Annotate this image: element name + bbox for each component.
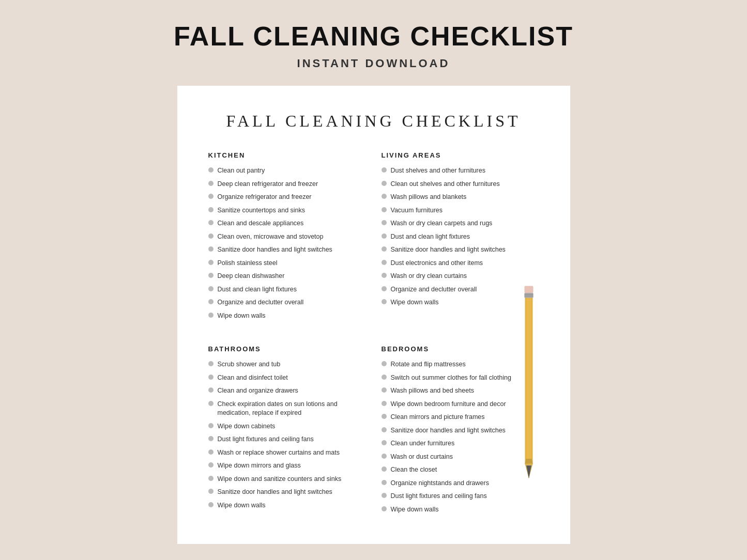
checkbox-circle[interactable] — [382, 167, 387, 173]
item-text: Deep clean refrigerator and freezer — [218, 180, 318, 189]
checkbox-circle[interactable] — [382, 181, 387, 186]
checkbox-circle[interactable] — [382, 427, 387, 432]
checkbox-circle[interactable] — [208, 361, 214, 366]
checkbox-circle[interactable] — [208, 375, 214, 380]
list-item[interactable]: Check expiration dates on sun lotions an… — [208, 400, 366, 418]
list-item[interactable]: Clean and disinfect toilet — [208, 374, 366, 383]
checkbox-circle[interactable] — [208, 387, 214, 393]
checkbox-circle[interactable] — [382, 375, 387, 380]
checkbox-circle[interactable] — [382, 286, 387, 291]
list-item[interactable]: Organize and declutter overall — [382, 285, 539, 294]
checkbox-circle[interactable] — [382, 207, 387, 212]
checkbox-circle[interactable] — [208, 207, 214, 212]
list-item[interactable]: Sanitize door handles and light switches — [382, 245, 539, 255]
checkbox-circle[interactable] — [382, 466, 387, 472]
list-item[interactable]: Sanitize door handles and light switches — [208, 245, 366, 255]
item-text: Wipe down walls — [218, 312, 266, 321]
list-item[interactable]: Clean oven, microwave and stovetop — [208, 232, 366, 242]
checkbox-circle[interactable] — [382, 493, 387, 498]
checkbox-circle[interactable] — [382, 454, 387, 459]
list-item[interactable]: Wash or dry clean carpets and rugs — [382, 219, 539, 228]
item-text: Wipe down mirrors and glass — [218, 461, 301, 471]
checkbox-circle[interactable] — [382, 234, 387, 239]
checkbox-circle[interactable] — [208, 234, 214, 239]
checkbox-circle[interactable] — [382, 480, 387, 485]
list-item[interactable]: Dust light fixtures and ceiling fans — [208, 435, 366, 444]
list-item[interactable]: Sanitize countertops and sinks — [208, 206, 366, 215]
checkbox-circle[interactable] — [208, 502, 214, 507]
checkbox-circle[interactable] — [208, 449, 214, 455]
list-item[interactable]: Clean the closet — [382, 465, 539, 475]
list-item[interactable]: Wash pillows and bed sheets — [382, 386, 539, 396]
checkbox-circle[interactable] — [382, 299, 387, 304]
checkbox-circle[interactable] — [208, 462, 214, 468]
checkbox-circle[interactable] — [382, 194, 387, 199]
checkbox-circle[interactable] — [208, 489, 214, 494]
list-item[interactable]: Wipe down walls — [208, 501, 366, 510]
item-text: Clean out pantry — [218, 166, 265, 176]
list-item[interactable]: Rotate and flip mattresses — [382, 360, 539, 369]
checkbox-circle[interactable] — [208, 313, 214, 318]
item-text: Wipe down bedroom furniture and decor — [391, 400, 506, 409]
list-item[interactable]: Clean mirrors and picture frames — [382, 413, 539, 422]
list-item[interactable]: Clean out shelves and other furnitures — [382, 180, 539, 189]
checkbox-circle[interactable] — [208, 220, 214, 225]
list-item[interactable]: Wash or replace shower curtains and mats — [208, 448, 366, 458]
list-item[interactable]: Wipe down and sanitize counters and sink… — [208, 475, 366, 484]
checkbox-circle[interactable] — [208, 167, 214, 173]
checkbox-circle[interactable] — [208, 436, 214, 441]
checkbox-circle[interactable] — [208, 476, 214, 481]
checkbox-circle[interactable] — [382, 506, 387, 511]
list-item[interactable]: Dust and clean light fixtures — [382, 232, 539, 242]
checkbox-circle[interactable] — [208, 423, 214, 428]
checkbox-circle[interactable] — [208, 273, 214, 278]
checkbox-circle[interactable] — [382, 414, 387, 419]
checkbox-circle[interactable] — [382, 246, 387, 252]
checkbox-circle[interactable] — [382, 361, 387, 366]
list-item[interactable]: Sanitize door handles and light switches — [382, 426, 539, 435]
checkbox-circle[interactable] — [382, 260, 387, 265]
list-item[interactable]: Clean out pantry — [208, 166, 366, 176]
list-item[interactable]: Dust electronics and other items — [382, 259, 539, 268]
list-item[interactable]: Wash or dry clean curtains — [382, 272, 539, 281]
list-item[interactable]: Dust light fixtures and ceiling fans — [382, 492, 539, 501]
list-item[interactable]: Clean and descale appliances — [208, 219, 366, 228]
checkbox-circle[interactable] — [382, 387, 387, 393]
checkbox-circle[interactable] — [208, 246, 214, 252]
list-item[interactable]: Wipe down mirrors and glass — [208, 461, 366, 471]
checkbox-circle[interactable] — [208, 401, 214, 406]
list-item[interactable]: Vacuum furnitures — [382, 206, 539, 215]
checkbox-circle[interactable] — [208, 260, 214, 265]
checkbox-circle[interactable] — [382, 401, 387, 406]
list-item[interactable]: Clean under furnitures — [382, 439, 539, 448]
list-item[interactable]: Polish stainless steel — [208, 259, 366, 268]
list-item[interactable]: Organize refrigerator and freezer — [208, 193, 366, 202]
list-item[interactable]: Wash or dust curtains — [382, 453, 539, 462]
checkbox-circle[interactable] — [382, 440, 387, 445]
checkbox-circle[interactable] — [382, 273, 387, 278]
list-item[interactable]: Deep clean refrigerator and freezer — [208, 180, 366, 189]
list-item[interactable]: Organize and declutter overall — [208, 298, 366, 307]
item-text: Wipe down walls — [391, 298, 439, 307]
list-item[interactable]: Wipe down cabinets — [208, 422, 366, 431]
checkbox-circle[interactable] — [208, 194, 214, 199]
list-item[interactable]: Wipe down walls — [382, 505, 539, 515]
checkbox-circle[interactable] — [208, 286, 214, 291]
list-item[interactable]: Wash pillows and blankets — [382, 193, 539, 202]
list-item[interactable]: Scrub shower and tub — [208, 360, 366, 369]
list-item[interactable]: Deep clean dishwasher — [208, 272, 366, 281]
checkbox-circle[interactable] — [208, 299, 214, 304]
item-text: Clean and organize drawers — [218, 386, 298, 396]
list-item[interactable]: Dust shelves and other furnitures — [382, 166, 539, 176]
item-text: Dust light fixtures and ceiling fans — [391, 492, 487, 501]
list-item[interactable]: Wipe down bedroom furniture and decor — [382, 400, 539, 409]
checkbox-circle[interactable] — [208, 181, 214, 186]
list-item[interactable]: Sanitize door handles and light switches — [208, 488, 366, 497]
list-item[interactable]: Dust and clean light fixtures — [208, 285, 366, 294]
list-item[interactable]: Wipe down walls — [208, 312, 366, 321]
list-item[interactable]: Wipe down walls — [382, 298, 539, 307]
list-item[interactable]: Switch out summer clothes for fall cloth… — [382, 374, 539, 383]
list-item[interactable]: Organize nightstands and drawers — [382, 479, 539, 488]
checkbox-circle[interactable] — [382, 220, 387, 225]
list-item[interactable]: Clean and organize drawers — [208, 386, 366, 396]
